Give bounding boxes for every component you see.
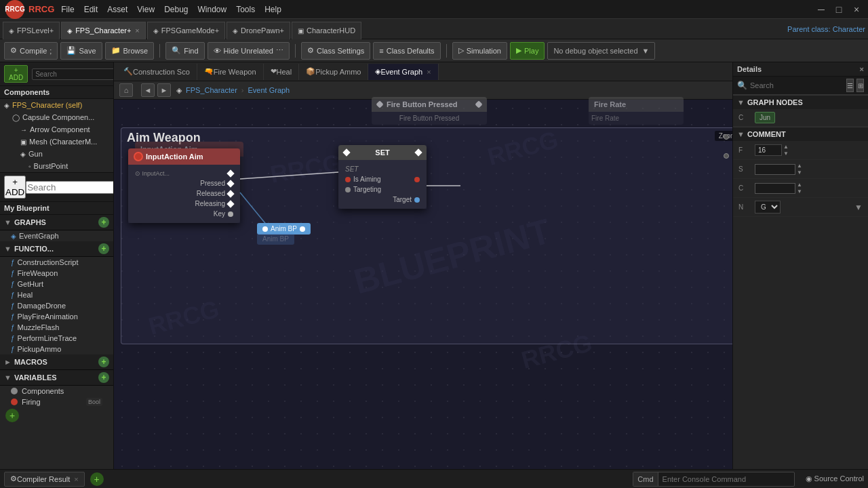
details-close-button[interactable]: × <box>860 65 864 73</box>
tree-item-fps-character-self[interactable]: ◈ FPS_Character (self) <box>0 99 113 111</box>
details-f-input[interactable] <box>755 144 782 156</box>
fire-button-pressed-node[interactable]: Fire Button Pressed Fire Button Pressed <box>372 97 487 125</box>
comment-header[interactable]: ▼ COMMENT <box>733 127 868 141</box>
set-node[interactable]: SET SET Is Aiming Targeting <box>338 145 427 209</box>
find-button[interactable]: 🔍 Find <box>165 42 204 60</box>
forward-button[interactable]: ► <box>157 83 171 97</box>
maximize-button[interactable]: □ <box>833 3 845 16</box>
details-s-up-icon[interactable]: ▲ <box>797 163 802 169</box>
tree-item-capsule[interactable]: ◯ Capsule Componen... <box>0 111 113 123</box>
components-add-button[interactable]: + ADD <box>4 65 28 83</box>
var-firing[interactable]: Firing Bool <box>0 396 113 407</box>
details-search-input[interactable] <box>750 81 844 89</box>
tab-fpslevel[interactable]: ◈ FPSLevel+ <box>3 22 60 39</box>
var-add-new[interactable]: + <box>0 407 113 424</box>
console-command-input[interactable] <box>658 475 794 483</box>
parent-class-value[interactable]: Character <box>833 25 865 33</box>
hide-unrelated-button[interactable]: 👁 Hide Unrelated ⋯ <box>208 42 290 60</box>
variables-section-header[interactable]: ▼ VARIABLES + <box>0 370 113 386</box>
func-pickup-ammo[interactable]: ƒ PickupAmmo <box>0 344 113 354</box>
menu-view[interactable]: View <box>137 5 155 14</box>
myblueprint-add-button[interactable]: + ADD <box>4 176 26 199</box>
details-f-down-icon[interactable]: ▼ <box>783 150 789 157</box>
graph-tab-fire-weapon[interactable]: 🔫 Fire Weapon <box>197 64 264 80</box>
details-c-color-swatch[interactable]: Jun <box>755 112 775 123</box>
var-components[interactable]: Components <box>0 386 113 396</box>
save-button[interactable]: 💾 Save <box>60 42 102 60</box>
tree-item-gun[interactable]: ◈ Gun <box>0 148 113 160</box>
tree-item-burstpoint[interactable]: ◦ BurstPoint <box>0 160 113 172</box>
func-get-hurt[interactable]: ƒ GetHurt <box>0 279 113 289</box>
menu-file[interactable]: File <box>61 5 74 14</box>
tab-dronepawn[interactable]: ◈ DronePawn+ <box>226 22 290 39</box>
graphs-add-button[interactable]: + <box>98 217 109 228</box>
close-button[interactable]: × <box>850 3 863 16</box>
tab-fpsgamemode[interactable]: ◈ FPSGameMode+ <box>147 22 225 39</box>
details-n-dropdown[interactable]: G <box>755 201 781 214</box>
details-f-up-icon[interactable]: ▲ <box>783 144 789 150</box>
bottom-add-button[interactable]: + <box>90 472 104 486</box>
tab-characterhud[interactable]: ▣ CharacterHUD <box>292 22 361 39</box>
details-s-down-icon[interactable]: ▼ <box>797 169 802 176</box>
tree-item-arrow[interactable]: → Arrow Component <box>0 123 113 136</box>
graph-tab-pickup-ammo[interactable]: 📦 Pickup Ammo <box>299 64 368 80</box>
graph-tab-event-graph-close[interactable]: × <box>427 68 431 76</box>
menu-help[interactable]: Help <box>264 5 281 14</box>
details-c2-color[interactable] <box>755 183 795 194</box>
details-c2-down-icon[interactable]: ▼ <box>797 188 802 195</box>
compile-button[interactable]: ⚙ Compile ; <box>4 42 58 60</box>
func-damage-drone[interactable]: ƒ DamageDrone <box>0 300 113 311</box>
blueprint-canvas[interactable]: RRCG BLUEPRINT RRCG RRCG RRCG Fire Butto… <box>114 100 732 469</box>
myblueprint-search-input[interactable] <box>26 181 114 194</box>
graph-tab-construction-label: Construction Sco <box>133 68 190 76</box>
tree-item-mesh[interactable]: ▣ Mesh (CharacterM... <box>0 136 113 148</box>
fire-rate-node[interactable]: Fire Rate Fire Rate <box>589 97 684 125</box>
inputaction-aim-node[interactable]: InputAction Aim ⊙ InputAct... Pressed Re… <box>128 148 240 223</box>
macros-add-button[interactable]: + <box>98 357 109 367</box>
graph-nodes-header[interactable]: ▼ GRAPH NODES <box>733 96 868 109</box>
components-search-input[interactable] <box>32 68 114 80</box>
functions-add-button[interactable]: + <box>98 243 109 254</box>
functions-section-header[interactable]: ▼ FUNCTIO... + <box>0 241 113 257</box>
tab-fps-character[interactable]: ◈ FPS_Character+ × <box>61 22 146 39</box>
event-graph-item[interactable]: ◈ EventGraph <box>0 230 113 241</box>
variables-add-button[interactable]: + <box>98 372 109 383</box>
breadcrumb-event-graph[interactable]: Event Graph <box>248 86 290 94</box>
menu-asset[interactable]: Asset <box>107 5 127 14</box>
details-c2-up-icon[interactable]: ▲ <box>797 182 802 188</box>
simulation-button[interactable]: ▷ Simulation <box>452 42 507 60</box>
var-add-icon[interactable]: + <box>5 409 19 422</box>
home-button[interactable]: ⌂ <box>119 83 133 97</box>
menu-window[interactable]: Window <box>198 5 227 14</box>
browse-button[interactable]: 📁 Browse <box>105 42 155 60</box>
details-view-button-2[interactable]: ⊞ <box>856 79 864 92</box>
class-defaults-button[interactable]: ≡ Class Defaults <box>373 42 440 60</box>
source-control-indicator[interactable]: ◉ Source Control <box>806 474 864 483</box>
breadcrumb-fps-character[interactable]: FPS_Character <box>186 86 237 94</box>
back-button[interactable]: ◄ <box>141 83 155 97</box>
graph-tab-event-graph[interactable]: ◈ Event Graph × <box>368 64 438 80</box>
graph-tab-construction[interactable]: 🔨 Construction Sco <box>117 64 197 80</box>
func-perform-line-trace[interactable]: ƒ PerformLineTrace <box>0 333 113 344</box>
func-construction-script[interactable]: ƒ ConstructionScript <box>0 257 113 268</box>
func-muzzle-flash[interactable]: ƒ MuzzleFlash <box>0 322 113 333</box>
debug-object-selector[interactable]: No debug object selected ▼ <box>547 42 655 60</box>
minimize-button[interactable]: ─ <box>815 3 827 16</box>
func-play-fire-animation[interactable]: ƒ PlayFireAnimation <box>0 311 113 322</box>
graph-tab-heal[interactable]: ❤ Heal <box>264 64 300 80</box>
details-view-button-1[interactable]: ☰ <box>846 79 854 92</box>
func-heal[interactable]: ƒ Heal <box>0 289 113 300</box>
graphs-section-header[interactable]: ▼ GRAPHS + <box>0 215 113 230</box>
menu-edit[interactable]: Edit <box>84 5 98 14</box>
tab-fps-character-close[interactable]: × <box>135 26 139 35</box>
class-settings-button[interactable]: ⚙ Class Settings <box>301 42 370 60</box>
func-fire-weapon[interactable]: ƒ FireWeapon <box>0 268 113 279</box>
menu-tools[interactable]: Tools <box>236 5 255 14</box>
browse-label: Browse <box>123 47 149 55</box>
compiler-result-tab[interactable]: ⚙ Compiler Result × <box>4 472 85 487</box>
details-s-color[interactable] <box>755 164 795 175</box>
play-button[interactable]: ▶ Play <box>510 42 545 60</box>
menu-debug[interactable]: Debug <box>164 5 188 14</box>
compiler-result-close[interactable]: × <box>74 475 78 483</box>
macros-section-header[interactable]: ► MACROS + <box>0 354 113 370</box>
